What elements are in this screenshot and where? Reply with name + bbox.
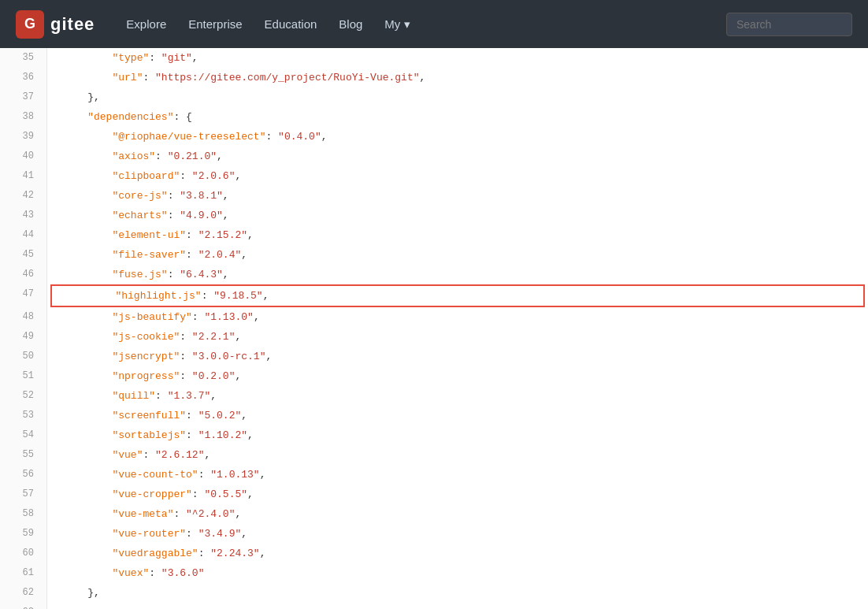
- table-row: 41 "clipboard": "2.0.6",: [0, 166, 868, 186]
- nav-my[interactable]: My ▾: [384, 17, 410, 32]
- table-row: 58 "vue-meta": "^2.4.0",: [0, 504, 868, 524]
- nav-enterprise[interactable]: Enterprise: [188, 17, 242, 31]
- json-punctuation: :: [186, 410, 198, 421]
- json-string-value: "0.2.0": [192, 370, 236, 382]
- json-punctuation: :: [202, 290, 214, 302]
- line-number: 50: [0, 347, 47, 366]
- json-key: "jsencrypt": [112, 351, 180, 362]
- json-key: "vue": [112, 449, 143, 461]
- json-punctuation: ,: [192, 52, 198, 64]
- table-row: 42 "core-js": "3.8.1",: [0, 186, 868, 206]
- json-string-value: "1.10.2": [198, 429, 247, 441]
- table-row: 39 "@riophae/vue-treeselect": "0.4.0",: [0, 127, 868, 147]
- json-punctuation: :: [186, 229, 198, 241]
- line-content: "vue-meta": "^2.4.0",: [47, 504, 868, 524]
- json-string-value: "0.4.0": [278, 131, 321, 143]
- json-punctuation: :: [192, 311, 205, 323]
- line-number: 52: [0, 386, 47, 406]
- json-punctuation: :: [173, 508, 186, 520]
- table-row: 63: [0, 603, 868, 609]
- json-punctuation: :: [168, 210, 180, 221]
- json-punctuation: :: [180, 331, 192, 343]
- json-punctuation: [63, 508, 112, 520]
- json-string-value: "1.0.13": [210, 469, 259, 481]
- json-string-value: "5.0.2": [198, 410, 242, 421]
- line-number: 37: [0, 87, 47, 107]
- json-punctuation: :: [168, 190, 180, 202]
- line-content: "url": "https://gitee.com/y_project/RuoY…: [47, 68, 868, 87]
- json-punctuation: [63, 410, 112, 421]
- line-content: "clipboard": "2.0.6",: [47, 166, 868, 186]
- table-row: 44 "element-ui": "2.15.2",: [0, 225, 868, 245]
- json-punctuation: ,: [223, 269, 229, 280]
- json-punctuation: ,: [210, 390, 217, 402]
- line-number: 43: [0, 206, 47, 225]
- json-string-value: "3.8.1": [180, 190, 223, 202]
- json-punctuation: [63, 469, 112, 481]
- line-content: "js-beautify": "1.13.0",: [47, 307, 868, 327]
- line-number: 57: [0, 485, 47, 504]
- json-key: "type": [112, 52, 149, 64]
- line-number: 41: [0, 166, 47, 186]
- json-string-value: "2.24.3": [210, 548, 259, 559]
- table-row: 36 "url": "https://gitee.com/y_project/R…: [0, 68, 868, 87]
- json-string-value: "0.21.0": [168, 150, 217, 162]
- line-content: "vue-cropper": "0.5.5",: [47, 485, 868, 504]
- json-punctuation: :: [143, 72, 155, 84]
- json-punctuation: [63, 528, 112, 540]
- json-punctuation: [63, 249, 112, 261]
- table-row: 53 "screenfull": "5.0.2",: [0, 406, 868, 425]
- nav-explore[interactable]: Explore: [126, 17, 166, 31]
- json-string-value: "2.0.6": [192, 170, 236, 182]
- json-key: "vue-meta": [112, 508, 173, 520]
- json-key: "echarts": [112, 210, 167, 221]
- json-key: "vue-count-to": [112, 469, 198, 481]
- line-number: 40: [0, 147, 47, 166]
- json-key: "core-js": [112, 190, 167, 202]
- table-row: 46 "fuse.js": "6.4.3",: [0, 265, 868, 284]
- json-punctuation: :: [180, 351, 192, 362]
- line-content: "sortablejs": "1.10.2",: [47, 425, 868, 445]
- line-number: 47: [0, 284, 47, 307]
- json-string-value: "0.5.5": [204, 488, 247, 500]
- json-punctuation: :: [186, 528, 198, 540]
- nav-blog[interactable]: Blog: [339, 17, 362, 31]
- line-content: },: [47, 87, 868, 107]
- json-key: "vue-cropper": [112, 488, 191, 500]
- table-row: 45 "file-saver": "2.0.4",: [0, 245, 868, 265]
- json-string-value: "3.4.9": [198, 528, 242, 540]
- search-input[interactable]: [726, 13, 852, 36]
- json-punctuation: :: [192, 488, 205, 500]
- table-row: 61 "vuex": "3.6.0": [0, 563, 868, 583]
- json-punctuation: :: [198, 548, 211, 559]
- line-number: 60: [0, 544, 47, 563]
- json-punctuation: [63, 331, 112, 343]
- json-key: "dependencies": [87, 111, 173, 123]
- table-row: 52 "quill": "1.3.7",: [0, 386, 868, 406]
- line-content: "dependencies": {: [47, 107, 868, 127]
- json-punctuation: ,: [241, 249, 247, 261]
- json-punctuation: ,: [217, 150, 223, 162]
- json-punctuation: :: [180, 370, 192, 382]
- nav-education[interactable]: Education: [265, 17, 317, 31]
- json-string-value: "9.18.5": [213, 290, 262, 302]
- table-row: 50 "jsencrypt": "3.0.0-rc.1",: [0, 347, 868, 366]
- line-content: "vue": "2.6.12",: [47, 445, 868, 465]
- json-punctuation: : {: [173, 111, 191, 123]
- line-number: 49: [0, 327, 47, 347]
- table-row: 59 "vue-router": "3.4.9",: [0, 524, 868, 544]
- json-key: "file-saver": [112, 249, 186, 261]
- table-row: 47 "highlight.js": "9.18.5",: [0, 284, 868, 307]
- json-key: "element-ui": [112, 229, 186, 241]
- json-punctuation: ,: [263, 290, 269, 302]
- json-punctuation: ,: [235, 370, 241, 382]
- json-punctuation: ,: [260, 548, 266, 559]
- json-punctuation: :: [155, 150, 168, 162]
- json-punctuation: :: [265, 131, 278, 143]
- json-punctuation: ,: [235, 331, 241, 343]
- line-number: 46: [0, 265, 47, 284]
- json-key: "clipboard": [112, 170, 180, 182]
- brand-logo[interactable]: G gitee: [16, 10, 95, 39]
- json-string-value: "6.4.3": [180, 269, 223, 280]
- navbar: G gitee Explore Enterprise Education Blo…: [0, 0, 868, 48]
